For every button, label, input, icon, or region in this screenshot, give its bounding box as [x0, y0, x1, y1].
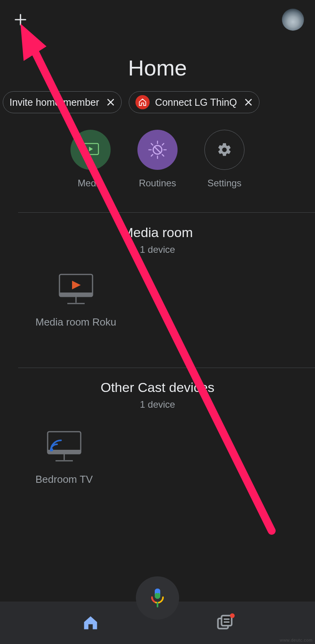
quick-actions-row: Media Routines: [0, 130, 315, 189]
chip-close-button[interactable]: [244, 98, 253, 107]
mic-icon: [149, 588, 166, 608]
home-icon: [82, 614, 99, 631]
suggestion-chip-lg-thinq[interactable]: Connect LG ThinQ: [129, 91, 259, 113]
svg-rect-30: [155, 589, 160, 593]
nav-tab-home[interactable]: [80, 612, 102, 634]
svg-rect-19: [59, 293, 93, 296]
page-title: Home: [0, 55, 315, 81]
quick-action-label: Routines: [139, 178, 176, 189]
chip-label: Invite home member: [9, 97, 99, 108]
quick-action-media[interactable]: Media: [70, 130, 111, 189]
chip-label: Connect LG ThinQ: [155, 97, 237, 108]
room-subtitle: 1 device: [0, 244, 315, 255]
svg-line-17: [151, 155, 153, 156]
routines-icon-circle: [137, 130, 178, 170]
quick-action-routines[interactable]: Routines: [137, 130, 178, 189]
quick-action-label: Media: [78, 178, 103, 189]
device-card-media-room-roku[interactable]: Media room Roku: [35, 270, 116, 328]
media-icon-circle: [70, 130, 111, 170]
chip-close-button[interactable]: [106, 98, 115, 107]
tv-roku-icon: [52, 270, 100, 310]
close-icon: [244, 98, 253, 107]
room-subtitle: 1 device: [0, 399, 315, 410]
nav-tab-feed[interactable]: [213, 612, 235, 634]
suggestion-chips-row: Invite home member Connect LG ThinQ: [0, 91, 315, 113]
room-title[interactable]: Other Cast devices: [0, 380, 315, 395]
suggestion-chip-invite[interactable]: Invite home member: [3, 91, 122, 113]
svg-point-27: [50, 448, 53, 451]
gear-icon: [217, 142, 232, 158]
plus-icon: [14, 13, 27, 26]
divider: [18, 368, 315, 368]
divider: [18, 212, 315, 213]
assistant-mic-button[interactable]: [136, 576, 179, 620]
notification-dot: [230, 613, 235, 618]
svg-rect-29: [155, 592, 160, 599]
device-label: Media room Roku: [35, 316, 116, 328]
add-button[interactable]: [11, 10, 30, 29]
cast-icon: [81, 142, 100, 158]
close-icon: [106, 98, 115, 107]
device-card-bedroom-tv[interactable]: Bedroom TV: [35, 428, 93, 486]
top-bar: [0, 0, 315, 39]
svg-marker-7: [89, 147, 93, 151]
room-section-media-room: Media room 1 device: [0, 225, 315, 255]
quick-action-settings[interactable]: Settings: [204, 130, 245, 189]
svg-line-9: [154, 147, 161, 153]
svg-line-14: [151, 144, 153, 145]
quick-action-label: Settings: [208, 178, 242, 189]
device-label: Bedroom TV: [35, 473, 93, 486]
room-section-other-cast: Other Cast devices 1 device: [0, 380, 315, 410]
watermark: www.deutc.com: [280, 638, 313, 642]
svg-line-16: [162, 144, 164, 145]
svg-marker-22: [72, 281, 81, 289]
tv-cast-icon: [41, 428, 88, 467]
settings-icon-circle: [204, 130, 245, 170]
svg-line-15: [162, 155, 164, 156]
room-title[interactable]: Media room: [0, 225, 315, 240]
routines-icon: [147, 140, 168, 160]
avatar[interactable]: [282, 9, 304, 31]
lg-thinq-badge-icon: [135, 95, 150, 109]
